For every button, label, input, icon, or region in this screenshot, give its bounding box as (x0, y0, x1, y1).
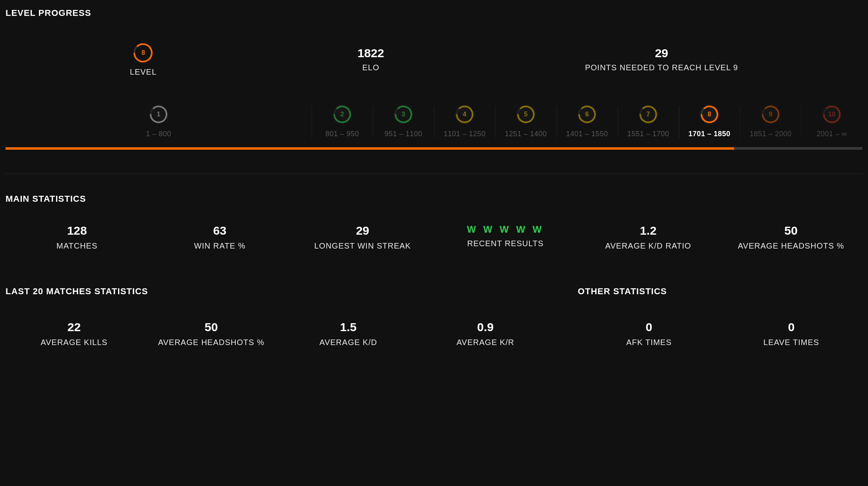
tier-range-label: 1551 – 1700 (618, 130, 679, 138)
bottom-sections: LAST 20 MATCHES STATISTICS 22AVERAGE KIL… (6, 286, 862, 355)
tier-badge-number: 6 (585, 111, 589, 118)
tier-badge-number: 5 (524, 111, 528, 118)
stat-item: 22AVERAGE KILLS (6, 320, 143, 347)
tier-3: 3951 – 1100 (373, 104, 434, 147)
stat-label: MATCHES (6, 241, 148, 251)
tier-badge-number: 3 (402, 111, 405, 118)
stat-label: AVERAGE HEADSHOTS % (143, 338, 280, 347)
tier-6: 61401 – 1550 (556, 104, 618, 147)
tier-5: 51251 – 1400 (495, 104, 556, 147)
stat-item: 0AFK TIMES (578, 320, 720, 347)
section-title-main-stats: MAIN STATISTICS (6, 194, 862, 204)
tier-8: 81701 – 1850 (679, 104, 740, 147)
stat-label: AVERAGE K/R (417, 338, 554, 347)
points-needed-value: 29 (585, 46, 738, 60)
main-stats-section: MAIN STATISTICS 128MATCHES63WIN RATE %29… (6, 194, 862, 251)
tier-badge-icon: 10 (822, 104, 842, 124)
last20-stats-row: 22AVERAGE KILLS50AVERAGE HEADSHOTS %1.5A… (6, 320, 554, 347)
tier-badge-icon: 1 (149, 104, 169, 124)
tier-strip: 11 – 8002801 – 9503951 – 110041101 – 125… (6, 104, 862, 147)
stat-value: 50 (720, 224, 862, 237)
tier-range-label: 1701 – 1850 (679, 130, 740, 138)
tier-badge-number: 1 (157, 111, 161, 118)
section-title-other: OTHER STATISTICS (578, 286, 862, 297)
stat-item: 1.2AVERAGE K/D RATIO (577, 224, 719, 251)
section-title-level-progress: LEVEL PROGRESS (6, 8, 862, 18)
tier-badge-number: 4 (463, 111, 467, 118)
stat-label: WIN RATE % (148, 241, 291, 251)
stat-value: W W W W W (434, 224, 577, 235)
tier-range-label: 1101 – 1250 (434, 130, 495, 138)
stat-value: 0 (578, 320, 720, 334)
level-badge-icon: 8 (132, 42, 154, 64)
stat-label: AVERAGE KILLS (6, 338, 143, 347)
stat-item: 50AVERAGE HEADSHOTS % (143, 320, 280, 347)
tier-range-label: 951 – 1100 (373, 130, 434, 138)
tier-range-label: 801 – 950 (312, 130, 373, 138)
points-needed-label: POINTS NEEDED TO REACH LEVEL 9 (585, 63, 738, 72)
level-summary-row: 8 LEVEL 1822 ELO 29 POINTS NEEDED TO REA… (6, 42, 862, 77)
progress-track (6, 147, 862, 150)
tier-badge-icon: 7 (638, 104, 658, 124)
stat-label: LONGEST WIN STREAK (291, 241, 434, 251)
tier-badge-icon: 5 (516, 104, 536, 124)
stat-item: W W W W WRECENT RESULTS (434, 224, 577, 251)
tier-badge-icon: 6 (577, 104, 597, 124)
tier-badge-icon: 8 (699, 104, 719, 124)
progress-fill (6, 147, 734, 150)
stat-label: LEAVE TIMES (720, 338, 862, 347)
tier-badge-icon: 2 (332, 104, 352, 124)
tier-1: 11 – 800 (6, 104, 312, 147)
tier-badge-number: 2 (341, 111, 344, 118)
tier-9: 91851 – 2000 (740, 104, 801, 147)
stat-item: 50AVERAGE HEADSHOTS % (720, 224, 862, 251)
other-stats-row: 0AFK TIMES0LEAVE TIMES (578, 320, 862, 347)
stat-item: 63WIN RATE % (148, 224, 291, 251)
stat-item: 0.9AVERAGE K/R (417, 320, 554, 347)
level-badge-number: 8 (132, 42, 154, 64)
tier-badge-icon: 9 (761, 104, 781, 124)
level-progress-section: LEVEL PROGRESS 8 LEVEL 1822 ELO 29 POINT… (6, 8, 862, 150)
tier-range-label: 1401 – 1550 (556, 130, 618, 138)
tier-badge-number: 7 (647, 111, 650, 118)
tier-10: 102001 – ∞ (801, 104, 862, 147)
other-stats-section: OTHER STATISTICS 0AFK TIMES0LEAVE TIMES (578, 286, 862, 355)
level-label: LEVEL (130, 68, 157, 77)
elo-value: 1822 (358, 46, 384, 60)
stat-value: 1.5 (280, 320, 417, 334)
stat-value: 50 (143, 320, 280, 334)
stat-value: 128 (6, 224, 148, 237)
tier-range-label: 1251 – 1400 (495, 130, 556, 138)
points-needed-column: 29 POINTS NEEDED TO REACH LEVEL 9 (585, 46, 738, 72)
level-column: 8 LEVEL (130, 42, 157, 77)
tier-badge-number: 10 (828, 111, 835, 118)
tier-7: 71551 – 1700 (618, 104, 679, 147)
stat-value: 1.2 (577, 224, 719, 237)
stat-label: AFK TIMES (578, 338, 720, 347)
tier-badge-number: 8 (708, 111, 711, 118)
stat-label: AVERAGE HEADSHOTS % (720, 241, 862, 251)
tier-range-label: 2001 – ∞ (801, 130, 862, 138)
stat-value: 0.9 (417, 320, 554, 334)
section-title-last20: LAST 20 MATCHES STATISTICS (6, 286, 554, 297)
stat-label: RECENT RESULTS (434, 239, 577, 248)
stat-item: 1.5AVERAGE K/D (280, 320, 417, 347)
stat-item: 128MATCHES (6, 224, 148, 251)
elo-column: 1822 ELO (358, 46, 384, 72)
tier-range-label: 1851 – 2000 (740, 130, 801, 138)
stat-value: 29 (291, 224, 434, 237)
last20-section: LAST 20 MATCHES STATISTICS 22AVERAGE KIL… (6, 286, 554, 355)
stat-label: AVERAGE K/D RATIO (577, 241, 719, 251)
stat-item: 0LEAVE TIMES (720, 320, 862, 347)
tier-badge-icon: 4 (455, 104, 475, 124)
tier-badge-number: 9 (769, 111, 773, 118)
stat-value: 0 (720, 320, 862, 334)
stat-item: 29LONGEST WIN STREAK (291, 224, 434, 251)
divider (6, 174, 862, 174)
tier-range-label: 1 – 800 (6, 130, 312, 138)
elo-label: ELO (358, 63, 384, 72)
stat-label: AVERAGE K/D (280, 338, 417, 347)
main-stats-row: 128MATCHES63WIN RATE %29LONGEST WIN STRE… (6, 224, 862, 251)
tier-2: 2801 – 950 (312, 104, 373, 147)
stat-value: 22 (6, 320, 143, 334)
